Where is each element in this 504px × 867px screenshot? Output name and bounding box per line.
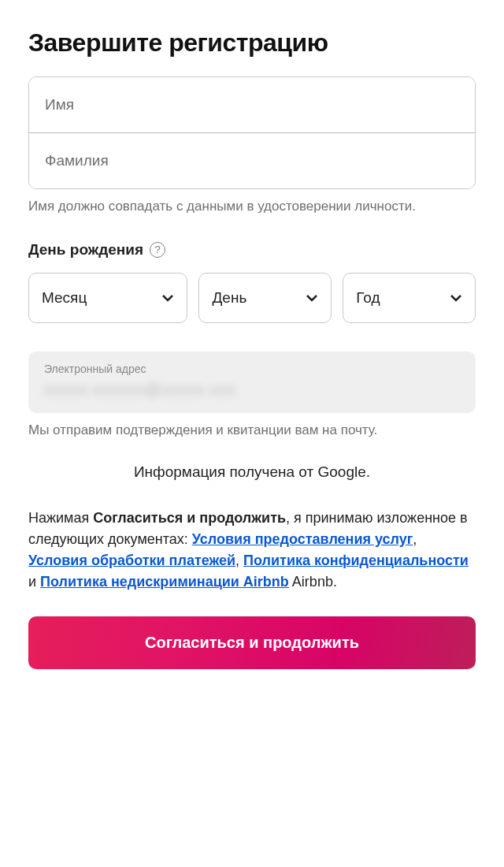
last-name-input[interactable] — [29, 133, 475, 188]
privacy-link[interactable]: Политика конфиденциальности — [243, 553, 469, 568]
year-select-label: Год — [356, 289, 380, 307]
birthday-selects: Месяц День Год — [28, 273, 476, 323]
birthday-label-row: День рождения ? — [28, 241, 476, 259]
year-select[interactable]: Год — [343, 273, 476, 323]
page-title: Завершите регистрацию — [28, 28, 476, 58]
month-select[interactable]: Месяц — [28, 273, 187, 323]
day-select[interactable]: День — [198, 273, 332, 323]
tos-link[interactable]: Условия предоставления услуг — [192, 531, 413, 547]
email-value: xxxxx.xxxxxx@xxxxx.xxx — [44, 380, 460, 399]
agree-continue-button[interactable]: Согласиться и продолжить — [28, 616, 476, 669]
legal-bold: Согласиться и продолжить — [93, 510, 286, 526]
legal-prefix: Нажимая — [28, 510, 93, 526]
name-input-group — [28, 76, 476, 189]
help-icon[interactable]: ? — [150, 242, 165, 258]
chevron-down-icon — [306, 292, 318, 304]
nondiscrimination-link[interactable]: Политика недискриминации Airbnb — [40, 574, 289, 590]
chevron-down-icon — [161, 292, 174, 304]
birthday-label: День рождения — [28, 241, 143, 259]
name-hint: Имя должно совпадать с данными в удостов… — [28, 197, 476, 216]
day-select-label: День — [212, 289, 246, 307]
payments-link[interactable]: Условия обработки платежей — [28, 553, 235, 568]
email-label: Электронный адрес — [44, 363, 460, 375]
email-box: Электронный адрес xxxxx.xxxxxx@xxxxx.xxx — [28, 352, 476, 413]
legal-text: Нажимая Согласиться и продолжить, я прин… — [28, 508, 476, 593]
chevron-down-icon — [450, 292, 462, 304]
email-hint: Мы отправим подтверждения и квитанции ва… — [28, 421, 476, 440]
first-name-input[interactable] — [29, 77, 475, 132]
month-select-label: Месяц — [42, 289, 87, 307]
info-source: Информация получена от Google. — [28, 463, 476, 481]
